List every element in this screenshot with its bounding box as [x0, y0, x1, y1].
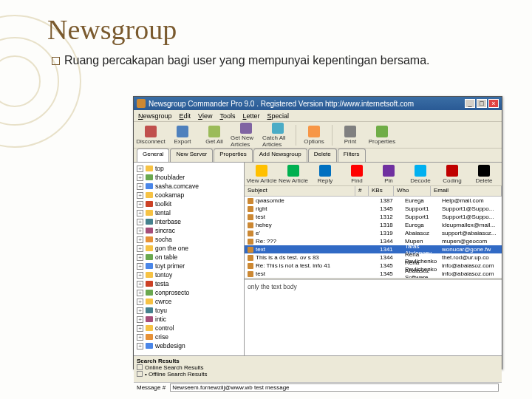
toolbar-reply[interactable]: Reply [310, 162, 341, 187]
tree-node[interactable]: +intic [134, 315, 244, 324]
expand-icon[interactable]: + [137, 228, 143, 234]
expand-icon[interactable]: + [137, 299, 143, 305]
expand-icon[interactable]: + [137, 343, 143, 349]
toolbar-get-all[interactable]: Get All [199, 123, 230, 148]
close-button[interactable]: × [488, 99, 499, 108]
article-list[interactable]: qwasomde1387EuregaHelp@mail.comright1345… [245, 197, 502, 278]
get-all-icon [208, 126, 220, 137]
tree-node[interactable]: +toyu [134, 306, 244, 315]
col-flag[interactable]: # [355, 186, 369, 196]
expand-icon[interactable]: + [137, 201, 143, 208]
tab-add-newsgroup[interactable]: Add Newsgroup [253, 149, 307, 162]
menu-item[interactable]: Letter [242, 112, 259, 120]
expand-icon[interactable]: + [137, 245, 143, 252]
menu-item[interactable]: Newsgroup [138, 112, 172, 120]
tree-node[interactable]: +sincrac [134, 226, 244, 235]
col-kb[interactable]: KBs [369, 186, 394, 196]
expand-icon[interactable]: + [137, 166, 143, 172]
minimize-button[interactable]: _ [465, 99, 475, 108]
menu-item[interactable]: View [198, 112, 212, 120]
article-row[interactable]: test1312Support1Support1@Suppo... [245, 213, 502, 221]
folder-icon [146, 263, 153, 269]
tab-delete[interactable]: Delete [308, 149, 337, 162]
tree-node[interactable]: +webdesign [134, 341, 244, 350]
tree-node[interactable]: +top [134, 164, 244, 173]
tree-node[interactable]: +tental [134, 208, 244, 217]
folder-icon [146, 307, 153, 313]
toolbar-get-new-articles[interactable]: Get New Articles [231, 123, 262, 148]
toolbar-options[interactable]: Options [299, 123, 330, 148]
menu-item[interactable]: Edit [180, 112, 191, 120]
tree-node[interactable]: +crise [134, 332, 244, 341]
article-row[interactable]: Re: ???1344Mupenmupen@geocom [245, 237, 502, 245]
tree-node[interactable]: +control [134, 324, 244, 332]
tab-general[interactable]: General [137, 149, 169, 162]
expand-icon[interactable]: + [137, 307, 143, 314]
tree-node[interactable]: +interbase [134, 217, 244, 226]
expand-icon[interactable]: + [137, 325, 143, 332]
expand-icon[interactable]: + [137, 281, 143, 287]
tab-filters[interactable]: Filters [338, 149, 366, 162]
expand-icon[interactable]: + [137, 316, 143, 323]
folder-icon [146, 174, 153, 180]
newsgroup-tree[interactable]: +top+thoublader+sasha.comcave+cookamap+t… [134, 163, 245, 355]
toolbar-catch-all-articles[interactable]: Catch All Articles [262, 123, 293, 148]
toolbar-new-article[interactable]: New Article [278, 162, 309, 187]
expand-icon[interactable]: + [137, 290, 143, 296]
article-row[interactable]: right1345Support1Support1@Suppo... [245, 205, 502, 213]
tree-node[interactable]: +conprosecto [134, 288, 244, 297]
maximize-button[interactable]: □ [477, 99, 487, 108]
col-subject[interactable]: Subject [245, 186, 355, 196]
menu-item[interactable]: Tools [219, 112, 235, 120]
toolbar-export[interactable]: Export [167, 123, 198, 148]
toolbar-properties[interactable]: Properties [366, 123, 398, 148]
article-row[interactable]: text1341Taras Abdenoevwonucar@gone.fw [245, 245, 502, 253]
search-item[interactable]: • Offline Search Results [137, 371, 499, 378]
toolbar-coding[interactable]: Coding [437, 162, 468, 187]
tab-properties[interactable]: Properties [214, 149, 252, 162]
expand-icon[interactable]: + [137, 263, 143, 270]
search-item[interactable]: Online Search Results [137, 364, 499, 371]
expand-icon[interactable]: + [137, 334, 143, 341]
tree-node[interactable]: +toyt primer [134, 262, 244, 270]
toolbar-disconnect[interactable]: Disconnect [135, 123, 166, 148]
toolbar-delete[interactable]: Delete [468, 162, 499, 187]
article-row[interactable]: This is a ds test. ov s 831344Rena Pavli… [245, 253, 502, 262]
tab-new-server[interactable]: New Server [170, 149, 213, 162]
expand-icon[interactable]: + [137, 272, 143, 279]
article-row[interactable]: qwasomde1387EuregaHelp@mail.com [245, 197, 502, 205]
tree-node[interactable]: +cwrce [134, 297, 244, 306]
tree-node[interactable]: +testa [134, 279, 244, 288]
toolbar-pin[interactable]: Pin [373, 162, 404, 187]
menu-item[interactable]: Special [267, 112, 289, 120]
toolbar-find[interactable]: Find [341, 162, 372, 187]
col-who[interactable]: Who [394, 186, 431, 196]
titlebar[interactable]: Newsgroup Commander Pro 9.0 . Registered… [134, 97, 502, 110]
tree-node[interactable]: +cookamap [134, 191, 244, 200]
col-email[interactable]: Email [431, 186, 502, 196]
expand-icon[interactable]: + [137, 236, 143, 243]
tree-node[interactable]: +on table [134, 253, 244, 262]
toolbar-print[interactable]: Print [335, 123, 366, 148]
tree-node[interactable]: +gon the one [134, 244, 244, 253]
tree-node[interactable]: +socha [134, 235, 244, 244]
tree-node[interactable]: +sasha.comcave [134, 182, 244, 191]
article-row[interactable]: Re: This is not a test. info 411345Rena … [245, 262, 502, 270]
article-row[interactable]: e'1319Abaiasozsupport@abaiasoz... [245, 229, 502, 237]
mail-icon [248, 255, 253, 261]
status-input[interactable] [170, 383, 499, 392]
tree-node[interactable]: +thoublader [134, 173, 244, 182]
tree-node[interactable]: +toolkit [134, 200, 244, 208]
article-row[interactable]: test1345Abaiasoz Softwareinfo@abaiasoz.c… [245, 270, 502, 278]
toolbar-view-article[interactable]: View Article [246, 162, 277, 187]
tree-node[interactable]: +tontoy [134, 270, 244, 279]
article-row[interactable]: hehey1318Euregaideupmailex@mail... [245, 221, 502, 229]
expand-icon[interactable]: + [137, 174, 143, 181]
expand-icon[interactable]: + [137, 254, 143, 261]
toolbar-decode[interactable]: Decode [405, 162, 436, 187]
expand-icon[interactable]: + [137, 192, 143, 199]
expand-icon[interactable]: + [137, 183, 143, 190]
folder-icon [146, 334, 153, 340]
expand-icon[interactable]: + [137, 210, 143, 216]
expand-icon[interactable]: + [137, 219, 143, 225]
